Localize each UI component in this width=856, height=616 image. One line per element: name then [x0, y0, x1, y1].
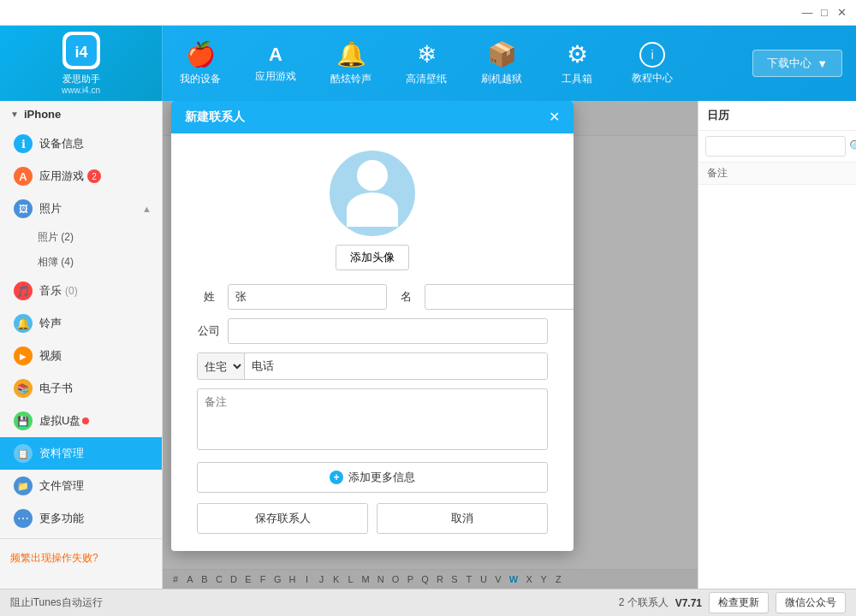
nav-wallpapers[interactable]: ❄ 高清壁纸 — [389, 26, 464, 101]
sidebar-item-apps[interactable]: A 应用游戏 2 — [0, 160, 162, 192]
download-button[interactable]: 下载中心 ▼ — [752, 50, 842, 77]
phone-input[interactable] — [281, 353, 547, 379]
wallpapers-label: 高清壁纸 — [406, 72, 447, 86]
logo-tagline: 爱思助手 — [62, 73, 100, 86]
notes-textarea[interactable] — [197, 388, 548, 450]
nav-jailbreak[interactable]: 📦 刷机越狱 — [464, 26, 539, 101]
toolbox-label: 工具箱 — [562, 72, 592, 86]
sidebar: ▼ iPhone ℹ 设备信息 A 应用游戏 2 🖼 照片 ▲ 照片 (2) 相… — [0, 101, 163, 589]
ebook-label: 电子书 — [39, 381, 73, 396]
content-area: + 新建 # A B C D E F G H I J K L M N O P Q… — [163, 101, 698, 589]
add-more-label: 添加更多信息 — [348, 470, 415, 485]
company-row: 公司 — [197, 318, 548, 344]
calendar-label: 日历 — [707, 109, 729, 121]
avatar-head — [357, 160, 388, 191]
sidebar-item-device-info[interactable]: ℹ 设备信息 — [0, 127, 162, 160]
nav-my-device[interactable]: 🍎 我的设备 — [163, 26, 238, 101]
my-device-label: 我的设备 — [180, 72, 221, 86]
modal-header: 新建联系人 ✕ — [171, 101, 574, 133]
close-button[interactable]: ✕ — [834, 5, 849, 21]
sidebar-item-music[interactable]: 🎵 音乐 (0) — [0, 275, 162, 307]
sidebar-item-file-mgmt[interactable]: 📁 文件管理 — [0, 470, 162, 502]
ringtones-icon: 🔔 — [14, 314, 33, 333]
trouble-link[interactable]: 频繁出现操作失败? — [10, 552, 98, 564]
toolbox-icon: ⚙ — [567, 40, 588, 68]
sidebar-sub-item-albums[interactable]: 相簿 (4) — [0, 250, 162, 275]
section-label: iPhone — [24, 108, 61, 121]
avatar-body — [347, 192, 398, 227]
nav-ringtones[interactable]: 🔔 酷炫铃声 — [313, 26, 389, 101]
ringtones-icon: 🔔 — [336, 40, 366, 68]
first-name-input[interactable] — [425, 284, 574, 310]
my-device-icon: 🍎 — [186, 40, 216, 68]
modal-title: 新建联系人 — [185, 110, 245, 125]
file-mgmt-icon: 📁 — [14, 477, 33, 495]
nav-tutorials[interactable]: i 教程中心 — [615, 26, 690, 101]
add-more-button[interactable]: + 添加更多信息 — [197, 462, 548, 493]
maximize-button[interactable]: □ — [817, 5, 832, 21]
cancel-button[interactable]: 取消 — [377, 503, 548, 534]
name-row: 姓 名 — [197, 284, 548, 310]
titlebar: — □ ✕ — [0, 0, 856, 26]
ringtones-label: 铃声 — [39, 316, 62, 331]
sidebar-item-photos[interactable]: 🖼 照片 ▲ — [0, 192, 162, 225]
company-label: 公司 — [197, 323, 221, 339]
udisk-label: 虚拟U盘 — [39, 413, 80, 429]
music-icon: 🎵 — [14, 281, 33, 300]
wechat-button[interactable]: 微信公众号 — [776, 592, 846, 613]
modal-close-button[interactable]: ✕ — [549, 110, 560, 124]
phone-row: 住宅 工作 手机 主要 电话 — [197, 352, 548, 380]
nav-apps[interactable]: A 应用游戏 — [238, 26, 313, 101]
check-update-button[interactable]: 检查更新 — [709, 592, 769, 613]
company-input[interactable] — [228, 318, 548, 344]
svg-text:i4: i4 — [74, 44, 87, 61]
main-layout: ▼ iPhone ℹ 设备信息 A 应用游戏 2 🖼 照片 ▲ 照片 (2) 相… — [0, 101, 856, 589]
phone-label: 电话 — [245, 353, 281, 379]
avatar-area: 添加头像 — [197, 151, 548, 270]
data-mgmt-icon: 📋 — [14, 444, 33, 463]
nav-items: 🍎 我的设备 A 应用游戏 🔔 酷炫铃声 ❄ 高清壁纸 📦 刷机越狱 ⚙ 工具箱… — [163, 26, 856, 101]
last-name-input[interactable] — [228, 284, 387, 310]
download-icon: ▼ — [817, 57, 828, 70]
modal-body: 添加头像 姓 名 公司 — [171, 133, 574, 551]
udisk-badge-dot — [82, 418, 89, 424]
section-arrow-icon: ▼ — [10, 110, 19, 119]
photos-icon: 🖼 — [14, 199, 33, 218]
header: i4 爱思助手 www.i4.cn 🍎 我的设备 A 应用游戏 🔔 酷炫铃声 ❄… — [0, 26, 856, 101]
sidebar-section-iphone[interactable]: ▼ iPhone — [0, 101, 162, 127]
right-search-input[interactable] — [705, 136, 846, 157]
logo-area: i4 爱思助手 www.i4.cn — [0, 26, 163, 101]
photos-collapse-icon: ▲ — [142, 204, 152, 214]
search-icon: 🔍 — [849, 139, 856, 153]
sidebar-item-data-mgmt[interactable]: 📋 资料管理 — [0, 437, 162, 470]
logo-icon: i4 — [62, 32, 100, 69]
sidebar-item-ebook[interactable]: 📚 电子书 — [0, 372, 162, 405]
save-contact-button[interactable]: 保存联系人 — [197, 503, 368, 534]
music-badge: (0) — [65, 285, 78, 297]
apps-badge: 2 — [87, 169, 101, 183]
sidebar-item-ringtones[interactable]: 🔔 铃声 — [0, 307, 162, 340]
first-name-label: 名 — [394, 289, 418, 305]
statusbar-right: 2 个联系人 V7.71 检查更新 微信公众号 — [619, 592, 846, 613]
sidebar-item-more[interactable]: ⋯ 更多功能 — [0, 502, 162, 535]
sidebar-item-udisk[interactable]: 💾 虚拟U盘 — [0, 405, 162, 437]
photos-sub2-label: 相簿 (4) — [38, 255, 74, 270]
sidebar-sub-item-photos[interactable]: 照片 (2) — [0, 225, 162, 250]
sidebar-item-video[interactable]: ▶ 视频 — [0, 340, 162, 372]
udisk-icon: 💾 — [14, 412, 33, 430]
video-label: 视频 — [39, 348, 62, 364]
add-more-icon: + — [330, 471, 343, 484]
minimize-button[interactable]: — — [800, 5, 815, 21]
avatar-circle — [330, 151, 415, 236]
download-label: 下载中心 — [767, 56, 811, 71]
nav-toolbox[interactable]: ⚙ 工具箱 — [539, 26, 615, 101]
statusbar-left: 阻止iTunes自动运行 — [10, 595, 619, 610]
right-panel: 日历 🔍 备注 — [698, 101, 856, 589]
wallpapers-icon: ❄ — [417, 40, 437, 68]
logo-url: www.i4.cn — [62, 86, 100, 95]
add-avatar-button[interactable]: 添加头像 — [336, 245, 409, 270]
statusbar: 阻止iTunes自动运行 2 个联系人 V7.71 检查更新 微信公众号 — [0, 589, 856, 616]
phone-type-select[interactable]: 住宅 工作 手机 主要 — [198, 353, 244, 379]
apps-label: 应用游戏 — [255, 69, 296, 84]
last-name-label: 姓 — [197, 289, 221, 305]
